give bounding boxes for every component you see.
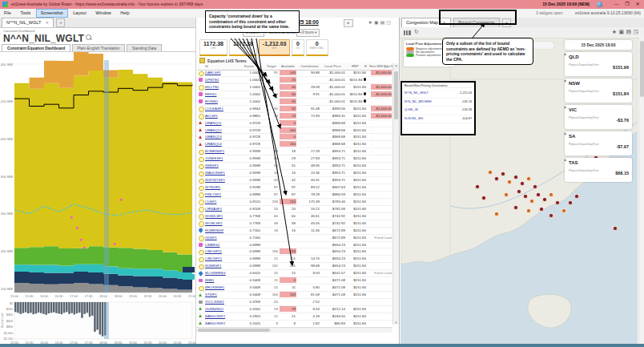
map-vscroll-thumb[interactable] <box>640 41 644 97</box>
menu-help[interactable]: Help <box>116 9 133 18</box>
unit-link[interactable]: BLOWERNG <box>205 271 240 275</box>
unit-link[interactable]: URANQ13 <box>205 135 240 139</box>
unit-link[interactable]: BHB1 <box>205 278 240 282</box>
table-hscroll-thumb[interactable] <box>198 329 270 332</box>
generator-dot[interactable] <box>481 196 485 200</box>
col-header-local-price[interactable]: Local Price <box>324 64 341 68</box>
generator-dot[interactable] <box>574 194 578 198</box>
unit-link[interactable]: DPNTB1 <box>205 78 240 82</box>
col-header-factor[interactable]: Factor <box>244 64 254 68</box>
constraint-row[interactable]: N>N-NIL_MG-104.87 <box>405 115 472 124</box>
region-card-sa[interactable]: ◆SAPhysical Dispatching Price-$7.97 <box>565 131 632 155</box>
unit-link[interactable]: WYNGR1 <box>205 185 240 189</box>
unit-link[interactable]: LIMOSF21 <box>205 256 240 260</box>
generator-dot[interactable] <box>475 184 479 188</box>
unit-link[interactable]: DARLSF1 <box>205 71 240 75</box>
generator-dot[interactable] <box>542 197 546 201</box>
unit-link[interactable]: WCMLSF2 <box>205 221 240 225</box>
generator-dot[interactable] <box>561 208 566 212</box>
constraint-row[interactable]: N^N_NIL_BROKEH-249.18 <box>405 99 472 107</box>
unit-link[interactable]: RESS1 <box>205 92 240 96</box>
magnifier-icon[interactable] <box>86 34 91 40</box>
unit-link[interactable]: URANQ12 <box>205 128 240 132</box>
generator-dot[interactable] <box>513 205 517 209</box>
unit-link[interactable]: GUNNING1 <box>205 307 240 311</box>
unit-link[interactable]: CRWASF1 <box>205 207 240 211</box>
unit-link[interactable]: WAGONSF1 <box>205 171 240 175</box>
unit-link[interactable]: WSTWYSF1 <box>205 178 240 182</box>
generator-dot[interactable] <box>555 200 559 204</box>
unit-link[interactable]: HILLTN1 <box>205 85 240 89</box>
generator-dot[interactable] <box>539 207 543 211</box>
generator-dot[interactable] <box>523 194 527 198</box>
unit-link[interactable]: BROKENH1 <box>205 285 240 289</box>
unit-link[interactable]: URANQ11 <box>205 121 240 125</box>
unit-link[interactable]: JUNEESF1 <box>205 156 240 160</box>
bound-constraints-list[interactable]: Bound Non-Pricing Constraints N^^N_NIL_W… <box>400 81 476 135</box>
generator-dot[interactable] <box>526 176 530 180</box>
unit-link[interactable]: COLEASF1 <box>205 107 240 111</box>
unit-link[interactable]: RIVNB2 <box>205 99 240 103</box>
region-card-vic[interactable]: ◆VICPhysical Dispatching Price-$3.76 <box>565 105 632 129</box>
unit-link[interactable]: BANGOWF1 <box>205 314 240 318</box>
generator-dot[interactable] <box>494 212 498 216</box>
nem-clock[interactable]: 15 Dec 2025 18:00 (NEM) <box>542 0 590 9</box>
next-period-button[interactable]: ► <box>344 19 353 27</box>
add-tab-button[interactable]: + <box>56 18 65 27</box>
generator-dot[interactable] <box>549 213 553 217</box>
print-icon[interactable]: ▤ <box>626 29 631 35</box>
constraint-row[interactable]: Q>NIL_BI-533.38 <box>405 107 472 115</box>
menu-layout[interactable]: Layout <box>69 9 91 18</box>
menu-window[interactable]: Window <box>91 9 115 18</box>
unit-link[interactable]: BOMENSF1 <box>205 149 240 153</box>
table-vscroll-thumb[interactable] <box>394 71 398 119</box>
unit-link[interactable]: SUNRSF1 <box>205 264 240 268</box>
col-header-contribution[interactable]: Contribution <box>300 64 319 68</box>
region-card-qld[interactable]: ◆QLDPhysical Dispatching Price$151.96 <box>565 52 632 76</box>
generator-dot[interactable] <box>568 200 572 204</box>
table-vscrollbar[interactable]: ▲ ▼ <box>392 63 399 325</box>
maximize-button[interactable]: ❐ <box>622 0 632 9</box>
generator-dot[interactable] <box>494 176 498 180</box>
unit-link[interactable]: LIMOSF11 <box>205 249 240 253</box>
region-card-tas[interactable]: ◆TASPhysical Dispatching Price$68.15 <box>565 158 632 182</box>
generator-dot[interactable] <box>526 208 530 212</box>
feedback-icon[interactable]: ◳ <box>386 20 392 25</box>
time-cursor-mini[interactable] <box>104 302 109 339</box>
tab-constraint-dashboard[interactable]: N^^N_NIL_WGLT ✕ <box>2 18 54 27</box>
feedback-icon[interactable]: ◳ <box>633 29 638 35</box>
favourite-icon[interactable]: ★ <box>368 20 374 25</box>
camera-icon[interactable]: ▣ <box>618 29 624 35</box>
generator-dot[interactable] <box>529 199 533 203</box>
col-header-available[interactable]: Available <box>281 64 295 68</box>
unit-link[interactable]: SEBSF1 <box>205 163 240 167</box>
time-cursor[interactable] <box>104 60 109 293</box>
close-button[interactable]: ✕ <box>633 0 642 9</box>
generator-dot[interactable] <box>613 226 617 230</box>
generator-dot[interactable] <box>504 192 508 196</box>
generator-dot[interactable] <box>501 171 505 176</box>
close-tab-icon[interactable]: ✕ <box>46 20 49 25</box>
col-header-rrp[interactable]: RRP <box>352 64 359 68</box>
map-vscrollbar[interactable] <box>638 38 644 344</box>
refresh-icon[interactable]: ↻ <box>414 29 419 35</box>
menu-tools[interactable]: Tools <box>16 9 34 18</box>
region-card-nsw[interactable]: ◆NSWPhysical Dispatching Price$151.84 <box>565 79 632 103</box>
unit-link[interactable]: STWF1 <box>205 293 240 297</box>
menu-file[interactable]: File <box>0 9 15 18</box>
table-hscrollbar[interactable] <box>196 327 392 333</box>
chart-view-icon[interactable] <box>404 30 411 35</box>
unit-link[interactable]: WGWLSF1 <box>205 214 240 218</box>
unit-link[interactable]: LIMBES1 <box>205 243 240 247</box>
unit-link[interactable]: HUMENSW <box>205 228 240 232</box>
camera-icon[interactable]: ▣ <box>374 20 380 25</box>
menu-screenshot[interactable]: Screenshot <box>36 9 68 18</box>
col-header-target[interactable]: Target <box>267 64 276 68</box>
generator-dot[interactable] <box>507 180 511 184</box>
generator-dot[interactable] <box>520 181 524 185</box>
unit-link[interactable]: VIC1-NSW1 <box>205 300 240 304</box>
generator-dot[interactable] <box>533 184 537 188</box>
generator-dot[interactable] <box>513 175 517 179</box>
unit-link[interactable]: FINLYSF1 <box>205 192 240 196</box>
unit-link[interactable]: CUSF1 <box>205 200 240 204</box>
